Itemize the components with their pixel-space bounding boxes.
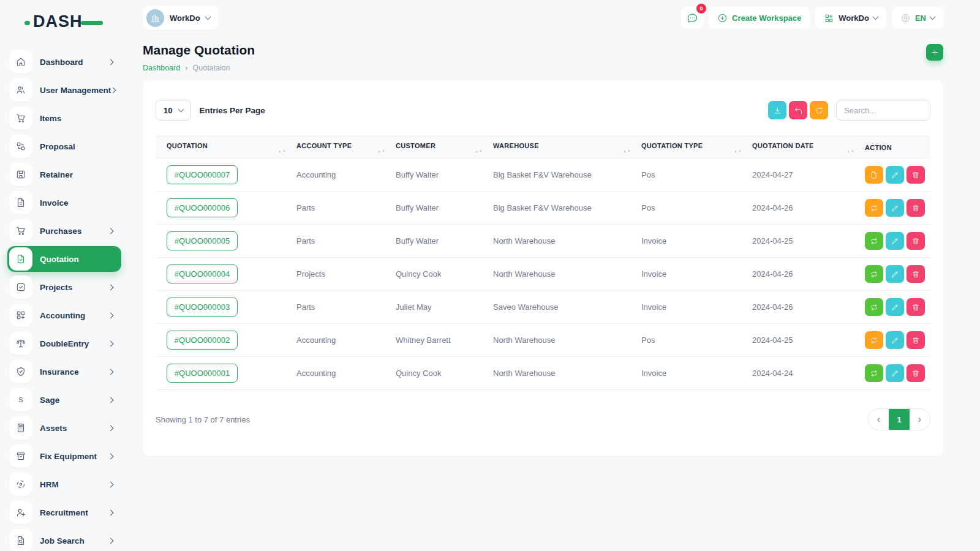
sort-icon[interactable]: ▲▼ bbox=[734, 149, 742, 153]
quotation-table: QUOTATION▲▼ACCOUNT TYPE▲▼CUSTOMER▲▼WAREH… bbox=[156, 136, 930, 390]
column-header-label: QUOTATION TYPE bbox=[641, 142, 703, 149]
sidebar-item-label: Accounting bbox=[40, 311, 108, 320]
convert-button[interactable] bbox=[865, 298, 883, 316]
messages-button[interactable]: 0 bbox=[681, 7, 703, 29]
home-icon bbox=[9, 50, 32, 73]
sidebar-item-label: Projects bbox=[40, 283, 108, 292]
sort-icon[interactable]: ▲▼ bbox=[377, 149, 386, 153]
breadcrumb: Dashboard › Quotataion bbox=[143, 63, 255, 72]
edit-button[interactable] bbox=[886, 364, 904, 382]
pagination-next-button[interactable]: › bbox=[910, 409, 930, 430]
sort-icon[interactable]: ▲▼ bbox=[278, 149, 287, 153]
cell-account-type: Parts bbox=[296, 225, 396, 258]
cell-customer: Buffy Walter bbox=[396, 159, 493, 192]
showing-entries-text: Showing 1 to 7 of 7 entries bbox=[156, 415, 250, 424]
delete-button[interactable] bbox=[907, 232, 925, 250]
breadcrumb-current: Quotataion bbox=[193, 64, 230, 72]
sidebar-item-job-search[interactable]: Job Search bbox=[7, 528, 121, 551]
sidebar-nav: DashboardUser ManagementItemsProposalRet… bbox=[0, 49, 129, 551]
refresh-icon bbox=[815, 106, 824, 115]
edit-button[interactable] bbox=[886, 232, 904, 250]
convert-button[interactable] bbox=[865, 364, 883, 382]
sidebar-item-label: User Management bbox=[40, 86, 111, 95]
sidebar-item-fix-equipment[interactable]: Fix Equipment bbox=[7, 443, 121, 469]
convert-button[interactable] bbox=[865, 232, 883, 250]
quotation-badge: #QUOO000007 bbox=[167, 165, 238, 184]
column-header-warehouse[interactable]: WAREHOUSE▲▼ bbox=[493, 137, 641, 159]
sidebar-item-projects[interactable]: Projects bbox=[7, 274, 121, 300]
sidebar-item-invoice[interactable]: Invoice bbox=[7, 190, 121, 216]
sidebar-item-dashboard[interactable]: Dashboard bbox=[7, 49, 121, 75]
cell-quotation-type: Invoice bbox=[641, 291, 752, 324]
swap-icon bbox=[870, 303, 878, 312]
create-workspace-button[interactable]: Create Workspace bbox=[709, 7, 810, 29]
sidebar-item-items[interactable]: Items bbox=[7, 105, 121, 131]
edit-button[interactable] bbox=[886, 199, 904, 217]
view-button[interactable] bbox=[865, 166, 883, 184]
breadcrumb-dashboard-link[interactable]: Dashboard bbox=[143, 64, 180, 72]
edit-button[interactable] bbox=[886, 166, 904, 184]
sidebar-item-purchases[interactable]: Purchases bbox=[7, 218, 121, 244]
sidebar-item-assets[interactable]: Assets bbox=[7, 415, 121, 441]
edit-button[interactable] bbox=[886, 298, 904, 316]
swap-icon bbox=[870, 336, 878, 345]
convert-button[interactable] bbox=[865, 331, 883, 349]
convert-button[interactable] bbox=[865, 265, 883, 283]
brand-logo[interactable]: DASH bbox=[33, 12, 94, 34]
svg-text:S: S bbox=[18, 396, 23, 403]
sidebar-item-label: Recruitment bbox=[40, 508, 108, 517]
delete-button[interactable] bbox=[907, 166, 925, 184]
sort-icon[interactable]: ▲▼ bbox=[475, 149, 483, 153]
edit-button[interactable] bbox=[886, 331, 904, 349]
sidebar-item-quotation[interactable]: Quotation bbox=[7, 246, 121, 272]
edit-button[interactable] bbox=[886, 265, 904, 283]
grid-plus-icon bbox=[824, 13, 834, 23]
export-button[interactable] bbox=[768, 101, 786, 119]
column-header-quotation[interactable]: QUOTATION▲▼ bbox=[156, 137, 296, 159]
column-header-quotation-date[interactable]: QUOTATION DATE▲▼ bbox=[752, 137, 865, 159]
chevron-down-icon bbox=[178, 106, 184, 112]
sort-icon[interactable]: ▲▼ bbox=[623, 149, 631, 153]
quotation-icon bbox=[9, 247, 32, 271]
sidebar-item-label: Items bbox=[40, 114, 115, 123]
column-header-account-type[interactable]: ACCOUNT TYPE▲▼ bbox=[296, 137, 396, 159]
create-quotation-button[interactable] bbox=[926, 44, 943, 61]
delete-button[interactable] bbox=[907, 331, 925, 349]
workspace-select[interactable]: WorkDo bbox=[143, 6, 218, 30]
pagination-prev-button[interactable]: ‹ bbox=[869, 409, 889, 430]
quotation-badge: #QUOO000004 bbox=[167, 264, 238, 283]
proposal-icon bbox=[9, 135, 32, 158]
plus-icon bbox=[930, 48, 940, 57]
language-select[interactable]: EN bbox=[892, 7, 943, 29]
cell-account-type: Projects bbox=[296, 258, 396, 291]
sort-icon[interactable]: ▲▼ bbox=[846, 149, 855, 153]
sidebar-item-recruitment[interactable]: Recruitment bbox=[7, 500, 121, 525]
column-header-quotation-type[interactable]: QUOTATION TYPE▲▼ bbox=[641, 137, 752, 159]
delete-button[interactable] bbox=[907, 199, 925, 217]
sidebar-item-accounting[interactable]: Accounting bbox=[7, 302, 121, 328]
sidebar-item-proposal[interactable]: Proposal bbox=[7, 133, 121, 159]
column-header-label: ACTION bbox=[865, 144, 892, 151]
trash-icon bbox=[911, 237, 920, 246]
sidebar-item-doubleentry[interactable]: DoubleEntry bbox=[7, 331, 121, 356]
column-header-customer[interactable]: CUSTOMER▲▼ bbox=[396, 137, 493, 159]
page-title-block: Manage Quotation Dashboard › Quotataion bbox=[143, 43, 255, 72]
sidebar-item-insurance[interactable]: Insurance bbox=[7, 359, 121, 384]
sidebar-item-retainer[interactable]: Retainer bbox=[7, 162, 121, 187]
delete-button[interactable] bbox=[907, 298, 925, 316]
undo-button[interactable] bbox=[789, 101, 807, 119]
entries-per-page-select[interactable]: 10 bbox=[156, 100, 191, 121]
quotation-card: 10 Entries Per Page QUOTATION▲▼ACCO bbox=[143, 80, 943, 456]
sidebar-item-sage[interactable]: SSage bbox=[7, 387, 121, 413]
refresh-button[interactable] bbox=[810, 101, 828, 119]
sidebar-item-hrm[interactable]: HRM bbox=[7, 471, 121, 497]
convert-button[interactable] bbox=[865, 199, 883, 217]
workdo-menu-button[interactable]: WorkDo bbox=[815, 7, 886, 29]
delete-button[interactable] bbox=[907, 364, 925, 382]
building-icon bbox=[146, 9, 164, 27]
chevron-right-icon bbox=[108, 538, 114, 544]
search-input[interactable] bbox=[836, 100, 930, 121]
cell-warehouse: Saveo Warehouse bbox=[493, 291, 641, 324]
delete-button[interactable] bbox=[907, 265, 925, 283]
sidebar-item-user-management[interactable]: User Management bbox=[7, 77, 121, 103]
